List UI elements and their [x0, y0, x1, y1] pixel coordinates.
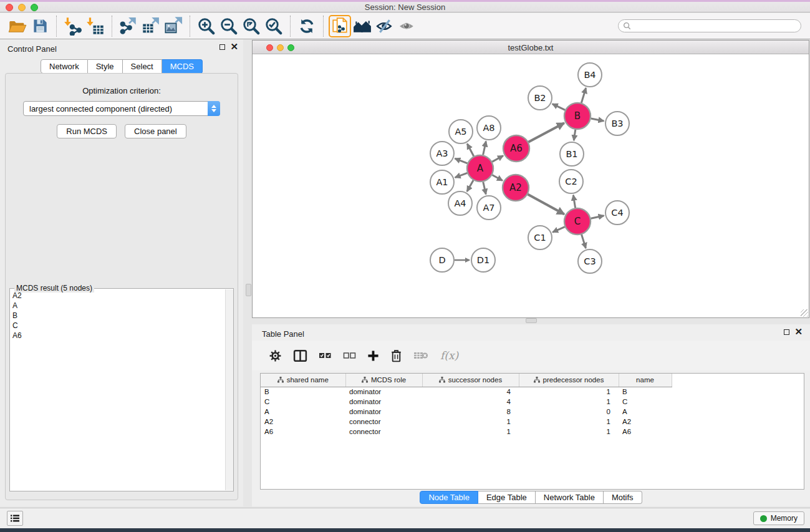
mcds-result-item[interactable]: B [12, 311, 225, 321]
tab-select[interactable]: Select [123, 59, 162, 74]
table-settings-button[interactable] [269, 349, 282, 362]
graph-edge[interactable] [492, 175, 503, 181]
import-network-button[interactable] [62, 15, 84, 37]
tab-style[interactable]: Style [88, 59, 123, 74]
graph-node[interactable]: C4 [605, 201, 629, 225]
table-row[interactable]: Cdominator41C [261, 397, 672, 407]
zoom-selected-button[interactable] [263, 15, 285, 37]
graph-node[interactable]: B1 [560, 142, 584, 166]
graph-node[interactable]: C1 [528, 226, 552, 249]
show-columns-button[interactable] [293, 349, 307, 362]
column-header[interactable]: successor nodes [422, 374, 519, 387]
tab-mcds[interactable]: MCDS [162, 59, 203, 74]
mcds-result-item[interactable]: A6 [12, 331, 225, 341]
graph-node[interactable]: D1 [471, 248, 495, 272]
table-header-row[interactable]: shared nameMCDS rolesuccessor nodesprede… [261, 374, 672, 387]
export-table-button[interactable] [140, 15, 162, 37]
criterion-select[interactable]: largest connected component (directed) [23, 101, 220, 116]
delete-table-button[interactable] [413, 351, 429, 360]
result-scrollbar[interactable] [225, 289, 233, 490]
table-row[interactable]: A2connector11A2 [261, 417, 672, 427]
mcds-result-item[interactable]: A [12, 301, 225, 311]
graph-edge[interactable] [552, 227, 565, 233]
mcds-result-item[interactable]: A2 [12, 291, 225, 301]
add-column-button[interactable] [367, 350, 379, 362]
graph-edge[interactable] [528, 195, 564, 215]
graph-edge[interactable] [591, 216, 604, 219]
select-stepper-icon[interactable] [208, 101, 220, 116]
table-row[interactable]: Bdominator41B [261, 387, 672, 397]
zoom-in-button[interactable] [195, 15, 218, 37]
column-header[interactable]: MCDS role [345, 374, 422, 387]
network-file-button[interactable] [329, 15, 351, 37]
horizontal-divider-grip[interactable] [526, 318, 537, 323]
graph-edge[interactable] [483, 142, 486, 155]
graph-node[interactable]: A1 [430, 170, 454, 194]
graph-node[interactable]: B4 [578, 63, 602, 87]
graph-node[interactable]: A4 [448, 191, 472, 215]
deselect-all-rows-button[interactable] [343, 351, 356, 360]
column-header[interactable]: shared name [261, 374, 345, 387]
tab-node-table[interactable]: Node Table [420, 491, 478, 504]
select-all-rows-button[interactable] [319, 351, 332, 360]
search-box[interactable] [618, 19, 801, 32]
close-panel-button[interactable]: Close panel [125, 124, 186, 138]
table-row[interactable]: Adominator80A [261, 407, 672, 417]
graph-edge[interactable] [483, 181, 486, 194]
graph-node-selected[interactable]: A6 [503, 135, 529, 162]
graph-edge[interactable] [467, 180, 473, 191]
hide-graphics-details-button[interactable] [374, 15, 396, 37]
graph-node[interactable]: A8 [477, 116, 501, 140]
graph-edge[interactable] [573, 195, 575, 208]
tab-network-table[interactable]: Network Table [536, 491, 604, 504]
memory-button[interactable]: Memory [753, 511, 804, 525]
graph-edge[interactable] [581, 88, 586, 103]
export-image-button[interactable] [162, 15, 185, 37]
graph-node[interactable]: C3 [578, 249, 602, 273]
home-button[interactable] [351, 15, 374, 37]
graph-node[interactable]: A3 [430, 142, 454, 165]
graph-edge[interactable] [574, 130, 576, 140]
attribute-table[interactable]: shared nameMCDS rolesuccessor nodesprede… [261, 374, 672, 437]
graph-node[interactable]: A7 [477, 196, 501, 220]
close-panel-icon[interactable]: ✕ [230, 44, 238, 50]
function-builder-button[interactable]: f(x) [440, 349, 458, 362]
graph-node-selected[interactable]: A [467, 155, 493, 181]
graph-edge[interactable] [455, 173, 468, 177]
save-session-button[interactable] [29, 15, 51, 37]
tab-network[interactable]: Network [41, 59, 88, 74]
graph-node-selected[interactable]: B [564, 103, 591, 129]
graph-edge[interactable] [492, 156, 503, 162]
graph-edge[interactable] [552, 104, 565, 110]
tab-edge-table[interactable]: Edge Table [478, 491, 536, 504]
refresh-button[interactable] [296, 15, 318, 37]
run-mcds-button[interactable]: Run MCDS [57, 124, 117, 138]
graph-edge[interactable] [582, 235, 586, 248]
network-graph-canvas[interactable]: B4B2BB3B1A5A8A6A3AA1A2A4A7C2C4CC1C3DD1 [253, 54, 809, 317]
float-panel-icon[interactable] [219, 44, 225, 50]
vertical-divider-grip[interactable] [246, 284, 251, 296]
graph-node[interactable]: A5 [449, 120, 473, 143]
graph-node-selected[interactable]: A2 [503, 175, 529, 201]
open-file-button[interactable] [6, 15, 29, 37]
float-table-panel-icon[interactable] [784, 329, 789, 335]
graph-node[interactable]: D [430, 248, 454, 272]
search-input[interactable] [631, 21, 801, 31]
window-resize-grip[interactable] [801, 309, 808, 317]
column-header[interactable]: name [619, 374, 672, 387]
close-table-panel-icon[interactable]: ✕ [794, 329, 803, 335]
table-row[interactable]: A6connector11A6 [261, 427, 672, 437]
mcds-result-item[interactable]: C [12, 321, 225, 331]
zoom-out-button[interactable] [218, 15, 240, 37]
export-network-button[interactable] [117, 15, 140, 37]
show-panels-button[interactable] [7, 511, 23, 526]
graph-edge[interactable] [467, 143, 474, 156]
zoom-fit-button[interactable] [240, 15, 263, 37]
delete-column-button[interactable] [390, 349, 402, 362]
tab-motifs[interactable]: Motifs [604, 491, 642, 504]
graph-node-selected[interactable]: C [564, 208, 591, 235]
column-header[interactable]: predecessor nodes [519, 374, 619, 387]
graph-edge[interactable] [591, 118, 604, 121]
graph-edge[interactable] [528, 123, 564, 142]
graph-edge[interactable] [455, 158, 467, 163]
